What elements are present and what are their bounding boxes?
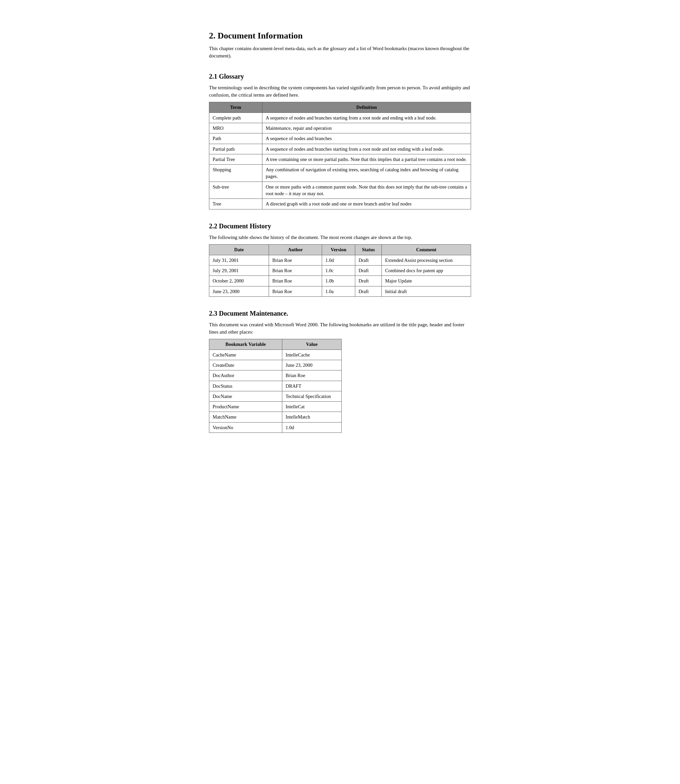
history-cell: Brian Roe bbox=[269, 255, 322, 265]
history-cell: July 29, 2001 bbox=[209, 265, 269, 276]
history-col-header: Date bbox=[209, 245, 269, 255]
glossary-col-definition: Definition bbox=[262, 102, 471, 112]
glossary-definition: A directed graph with a root node and on… bbox=[262, 199, 471, 209]
subsection-2-2-title: 2.2 Document History bbox=[209, 221, 471, 231]
bookmark-cell: 1.0d bbox=[282, 422, 342, 432]
bookmark-cell: Technical Specification bbox=[282, 391, 342, 401]
glossary-table: Term Definition Complete pathA sequence … bbox=[209, 102, 471, 209]
bookmark-row: DocNameTechnical Specification bbox=[209, 391, 342, 401]
subsection-2-1-title: 2.1 Glossary bbox=[209, 72, 471, 81]
history-cell: Draft bbox=[355, 255, 382, 265]
history-cell: June 23, 2000 bbox=[209, 286, 269, 297]
bookmark-cell: DocAuthor bbox=[209, 371, 282, 381]
glossary-row: Complete pathA sequence of nodes and bra… bbox=[209, 112, 471, 123]
bookmark-table: Bookmark Variable Value CacheNameIntelle… bbox=[209, 339, 342, 433]
history-cell: Brian Roe bbox=[269, 265, 322, 276]
bookmark-cell: IntelleMatch bbox=[282, 412, 342, 422]
glossary-term: Tree bbox=[209, 199, 262, 209]
section-2-intro: This chapter contains document-level met… bbox=[209, 45, 471, 60]
history-cell: Initial draft bbox=[382, 286, 471, 297]
bookmark-cell: CreateDate bbox=[209, 360, 282, 370]
history-cell: Brian Roe bbox=[269, 276, 322, 286]
glossary-term: Shopping bbox=[209, 165, 262, 182]
bookmark-cell: VersionNo bbox=[209, 422, 282, 432]
bookmark-cell: DRAFT bbox=[282, 381, 342, 391]
history-table: DateAuthorVersionStatusComment July 31, … bbox=[209, 244, 471, 297]
glossary-row: Partial pathA sequence of nodes and bran… bbox=[209, 144, 471, 154]
subsection-2-3-title: 2.3 Document Maintenance. bbox=[209, 309, 471, 318]
bookmark-row: CacheNameIntelleCache bbox=[209, 350, 342, 360]
glossary-row: Partial TreeA tree containing one or mor… bbox=[209, 154, 471, 164]
history-cell: Draft bbox=[355, 286, 382, 297]
glossary-term: MRO bbox=[209, 123, 262, 133]
bookmark-cell: ProductName bbox=[209, 402, 282, 412]
history-cell: Extended Assist processing section bbox=[382, 255, 471, 265]
bookmark-cell: CacheName bbox=[209, 350, 282, 360]
subsection-2-2-intro: The following table shows the history of… bbox=[209, 234, 471, 241]
glossary-definition: A sequence of nodes and branches bbox=[262, 133, 471, 144]
bookmark-row: ProductNameIntelleCat bbox=[209, 402, 342, 412]
bookmark-row: CreateDateJune 23, 2000 bbox=[209, 360, 342, 370]
history-cell: 1.0a bbox=[322, 286, 355, 297]
bookmark-cell: IntelleCat bbox=[282, 402, 342, 412]
glossary-row: Sub-treeOne or more paths with a common … bbox=[209, 181, 471, 199]
history-col-header: Version bbox=[322, 245, 355, 255]
bookmark-row: VersionNo1.0d bbox=[209, 422, 342, 432]
glossary-definition: A sequence of nodes and branches startin… bbox=[262, 112, 471, 123]
history-cell: July 31, 2001 bbox=[209, 255, 269, 265]
history-cell: 1.0b bbox=[322, 276, 355, 286]
glossary-term: Path bbox=[209, 133, 262, 144]
glossary-row: MROMaintenance, repair and operation bbox=[209, 123, 471, 133]
history-row: June 23, 2000Brian Roe1.0aDraftInitial d… bbox=[209, 286, 471, 297]
glossary-col-term: Term bbox=[209, 102, 262, 112]
history-cell: Draft bbox=[355, 265, 382, 276]
glossary-definition: A tree containing one or more partial pa… bbox=[262, 154, 471, 164]
bookmark-cell: DocName bbox=[209, 391, 282, 401]
history-cell: October 2, 2000 bbox=[209, 276, 269, 286]
glossary-term: Sub-tree bbox=[209, 181, 262, 199]
bookmark-cell: IntelleCache bbox=[282, 350, 342, 360]
glossary-term: Partial Tree bbox=[209, 154, 262, 164]
history-cell: 1.0d bbox=[322, 255, 355, 265]
bookmark-col-variable: Bookmark Variable bbox=[209, 339, 282, 350]
glossary-row: PathA sequence of nodes and branches bbox=[209, 133, 471, 144]
history-cell: Brian Roe bbox=[269, 286, 322, 297]
history-cell: Combined docs for patent app bbox=[382, 265, 471, 276]
subsection-2-3-intro: This document was created with Microsoft… bbox=[209, 321, 471, 336]
history-cell: Major Update bbox=[382, 276, 471, 286]
history-row: October 2, 2000Brian Roe1.0bDraftMajor U… bbox=[209, 276, 471, 286]
bookmark-cell: June 23, 2000 bbox=[282, 360, 342, 370]
section-2-title: 2. Document Information bbox=[209, 30, 471, 42]
glossary-definition: Maintenance, repair and operation bbox=[262, 123, 471, 133]
history-cell: 1.0c bbox=[322, 265, 355, 276]
bookmark-row: MatchNameIntelleMatch bbox=[209, 412, 342, 422]
history-col-header: Status bbox=[355, 245, 382, 255]
bookmark-col-value: Value bbox=[282, 339, 342, 350]
history-row: July 31, 2001Brian Roe1.0dDraftExtended … bbox=[209, 255, 471, 265]
bookmark-cell: DocStatus bbox=[209, 381, 282, 391]
history-cell: Draft bbox=[355, 276, 382, 286]
glossary-term: Partial path bbox=[209, 144, 262, 154]
glossary-definition: One or more paths with a common parent n… bbox=[262, 181, 471, 199]
glossary-definition: Any combination of navigation of existin… bbox=[262, 165, 471, 182]
bookmark-row: DocAuthorBrian Roe bbox=[209, 371, 342, 381]
glossary-row: ShoppingAny combination of navigation of… bbox=[209, 165, 471, 182]
glossary-term: Complete path bbox=[209, 112, 262, 123]
history-col-header: Author bbox=[269, 245, 322, 255]
glossary-row: TreeA directed graph with a root node an… bbox=[209, 199, 471, 209]
subsection-2-1-intro: The terminology used in describing the s… bbox=[209, 84, 471, 99]
glossary-definition: A sequence of nodes and branches startin… bbox=[262, 144, 471, 154]
bookmark-cell: MatchName bbox=[209, 412, 282, 422]
bookmark-row: DocStatusDRAFT bbox=[209, 381, 342, 391]
history-col-header: Comment bbox=[382, 245, 471, 255]
bookmark-cell: Brian Roe bbox=[282, 371, 342, 381]
history-row: July 29, 2001Brian Roe1.0cDraftCombined … bbox=[209, 265, 471, 276]
